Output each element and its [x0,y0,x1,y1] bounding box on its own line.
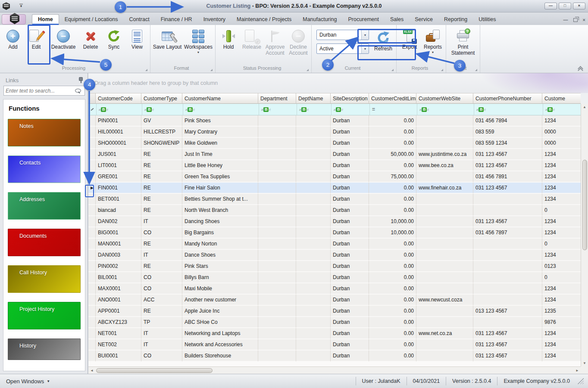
tab-sales[interactable]: Sales [385,15,409,25]
tab-finance-hr[interactable]: Finance / HR [155,15,198,25]
tab-home[interactable]: Home [32,14,59,25]
table-row-bil0001[interactable]: BIL0001COBillys BarnDurban0.000 [88,272,581,283]
abc-filter-icon[interactable]: aBc [261,107,271,112]
table-row-dan002[interactable]: DAN002ITDancing ShoesDurban10,000.00031 … [88,216,581,227]
table-row-big0001[interactable]: BIG0001COBig BargainsDurban10,000.00031 … [88,227,581,239]
row-selector-cell[interactable] [88,115,96,127]
column-header-custome[interactable]: Custome [542,93,581,104]
vertical-scroll-thumb[interactable] [582,160,587,250]
collapse-ribbon-icon[interactable] [578,67,583,70]
filter-cell-custome[interactable]: aBc [543,104,581,115]
filter-cell-customername[interactable]: aBc [183,104,259,115]
tab-procurement[interactable]: Procurement [342,15,385,25]
table-row-app0001[interactable]: APP0001REApple Juice IncDurban0.00013 12… [88,306,581,317]
quick-access-caret-icon[interactable]: ▼ [19,4,23,8]
abc-filter-icon[interactable]: aBc [299,107,309,112]
tab-equipment-locations[interactable]: Equipment / Locations [59,15,124,25]
table-row-pin0001[interactable]: PIN0001GVPink ShoesDurban0.00031 456 789… [88,115,581,127]
table-row-hil000001[interactable]: HIL000001HILLCRESTPMary ContraryDurban0.… [88,127,581,138]
column-header-customercreditlimit[interactable]: CustomerCreditLimit [369,93,416,104]
save-layout-button[interactable]: Save Layout [152,26,183,50]
column-header-customerwebsite[interactable]: CustomerWebSite [416,93,473,104]
scroll-down-icon[interactable]: ▼ [583,360,586,366]
filter-cell-sitedescription[interactable]: aBc [332,104,370,115]
abc-filter-icon[interactable]: aBc [144,107,154,112]
row-selector-cell[interactable] [88,306,96,317]
tab-utilities[interactable]: Utilities [473,15,501,25]
filter-cell-department[interactable]: aBc [259,104,297,115]
scroll-right-icon[interactable]: ► [574,369,581,372]
table-row-pin0002[interactable]: PIN0002REPink StarsDurban0.000123 [88,261,581,272]
dialog-launcher-icon[interactable] [391,69,394,71]
horizontal-scroll-thumb[interactable] [96,368,213,373]
row-selector-cell[interactable] [88,138,96,149]
table-row-dan0003[interactable]: DAN0003ITDance ShoesDurban0.001234 [88,250,581,261]
row-selector-cell[interactable] [88,160,96,171]
table-row-bui0001[interactable]: BUI0001COBuilders StorehouseDurban0.0003… [88,351,581,362]
table-row-man0001[interactable]: MAN0001REMandy NortonDurban0.000 [88,239,581,250]
table-row-abcxyz123[interactable]: ABCXYZ123TPABC SHoe CoDurban0.009876 [88,317,581,328]
column-header-sitedescription[interactable]: SiteDescription [331,93,369,104]
row-selector-cell[interactable] [88,317,96,328]
dialog-launcher-icon[interactable] [307,69,309,71]
filter-cell-customercreditlimit[interactable]: = [370,104,417,115]
column-header-customerphonenumber[interactable]: CustomerPhoneNumber [473,93,542,104]
abc-filter-icon[interactable]: aBc [476,107,486,112]
table-row-net002[interactable]: NET002ITNetwork and AccessoriesDurban0.0… [88,339,581,351]
column-header-customertype[interactable]: CustomerType [141,93,182,104]
print-statement-button[interactable]: ?Print Statement [447,26,479,56]
horizontal-scrollbar[interactable]: ◄ ► [88,366,581,374]
function-button-history[interactable]: History [8,338,81,360]
dialog-launcher-icon[interactable] [210,69,213,71]
view-button[interactable]: View [125,26,149,50]
mdi-close-button[interactable]: × [583,18,585,22]
table-row-gre001[interactable]: GRE001REGreen Tea SuppliesDurban75,000.0… [88,171,581,183]
scroll-up-icon[interactable]: ▲ [583,104,586,110]
filter-cell-customerphonenumber[interactable]: aBc [474,104,543,115]
decline-account-button[interactable]: −Decline Account [287,26,310,56]
tab-manufacturing[interactable]: Manufacturing [297,15,342,25]
mdi-restore-button[interactable] [573,18,578,22]
application-button[interactable] [2,14,26,25]
maximize-button[interactable]: □ [559,3,571,9]
pin-icon[interactable] [78,77,84,83]
row-selector-cell[interactable] [88,339,96,351]
release-button[interactable]: ✓Release [240,26,263,50]
table-row-bet0001[interactable]: BET0001REBetties Summer Shop at t...Durb… [88,194,581,205]
reports-button[interactable]: Reports▼ [421,26,444,54]
open-windows-button[interactable]: Open Windows▼ [6,378,50,385]
abc-filter-icon[interactable]: aBc [419,107,429,112]
abc-filter-icon[interactable]: aBc [334,107,343,112]
abc-filter-icon[interactable]: aBc [545,107,555,112]
workspaces-button[interactable]: Workspaces▼ [183,26,214,54]
function-button-notes[interactable]: Notes [8,119,81,146]
tab-inventory[interactable]: Inventory [198,15,231,25]
deactivate-button[interactable]: −Deactivate [48,26,79,50]
row-selector-cell[interactable] [88,283,96,295]
delete-button[interactable]: Delete [79,26,102,50]
row-selector-cell[interactable] [88,261,96,272]
group-by-panel[interactable]: Drag a column header here to group by th… [88,73,588,93]
filter-cell-customercode[interactable]: aBc [97,104,142,115]
filter-cell-customerwebsite[interactable]: aBc [417,104,474,115]
row-selector-cell[interactable] [88,351,96,362]
column-header-customername[interactable]: CustomerName [182,93,258,104]
search-icon[interactable] [75,89,81,93]
row-selector-cell[interactable] [88,227,96,239]
row-selector-cell[interactable] [88,149,96,160]
table-row-sho000001[interactable]: SHO000001SHONGWENIPMike GoldwenDurban0.0… [88,138,581,149]
row-selector-cell[interactable] [88,239,96,250]
tab-contract[interactable]: Contract [123,15,155,25]
function-button-call-history[interactable]: Call History [8,265,81,293]
approve-account-button[interactable]: Approve Account [263,26,287,56]
dialog-launcher-icon[interactable] [145,69,147,71]
scroll-left-icon[interactable]: ◄ [88,369,95,372]
function-button-contacts[interactable]: Contacts [8,155,81,183]
tab-reporting[interactable]: Reporting [438,15,473,25]
row-selector-cell[interactable] [88,272,96,283]
table-row-fin0001[interactable]: ▶FIN0001REFine Hair SalonDurban0.00www.f… [88,183,581,194]
tab-maintenance-projects[interactable]: Maintenance / Projects [231,15,297,25]
table-row-lit0001[interactable]: LIT0001RELittle Bee HoneyDurban0.00www.b… [88,160,581,171]
minimize-button[interactable]: — [544,3,557,9]
column-header-deptname[interactable]: DeptName [296,93,331,104]
